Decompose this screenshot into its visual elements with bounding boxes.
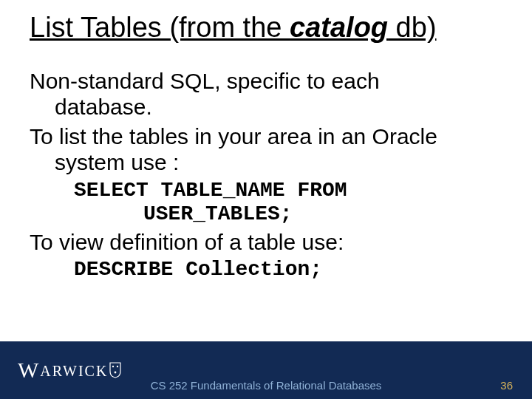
body-text: system use :	[55, 150, 179, 174]
body-line: To view definition of a table use:	[30, 229, 502, 255]
body-line: To list the tables in your area in an Or…	[30, 123, 502, 176]
body-text: database.	[55, 95, 152, 119]
body-text: To list the tables in your area in an Or…	[30, 124, 437, 149]
footer-bar: WARWICK CS 252 Fundamentals of Relationa…	[0, 341, 532, 399]
code-block: DESCRIBE Collection;	[30, 258, 502, 282]
logo-word: ARWICK	[40, 363, 108, 379]
slide-title: List Tables (from the catalog db)	[30, 12, 510, 44]
title-emph: catalog	[290, 12, 388, 43]
footer-course: CS 252 Fundamentals of Relational Databa…	[0, 379, 532, 392]
slide-body: Non-standard SQL, specific to each datab…	[30, 68, 502, 285]
slide: List Tables (from the catalog db) Non-st…	[0, 0, 532, 399]
title-pre: List Tables (from the	[30, 12, 290, 43]
body-text: To view definition of a table use:	[30, 230, 344, 254]
code-line: DESCRIBE Collection;	[74, 258, 322, 281]
crest-icon	[109, 362, 121, 378]
body-text: Non-standard SQL, specific to each	[30, 69, 380, 93]
svg-point-0	[112, 366, 114, 367]
code-line: USER_TABLES;	[74, 202, 502, 226]
svg-point-1	[117, 366, 118, 367]
body-line: Non-standard SQL, specific to each datab…	[30, 68, 502, 120]
code-line: SELECT TABLE_NAME FROM	[74, 179, 347, 202]
svg-point-2	[115, 372, 117, 374]
title-post: db)	[388, 12, 436, 43]
page-number: 36	[500, 379, 513, 392]
code-block: SELECT TABLE_NAME FROM USER_TABLES;	[30, 179, 502, 226]
